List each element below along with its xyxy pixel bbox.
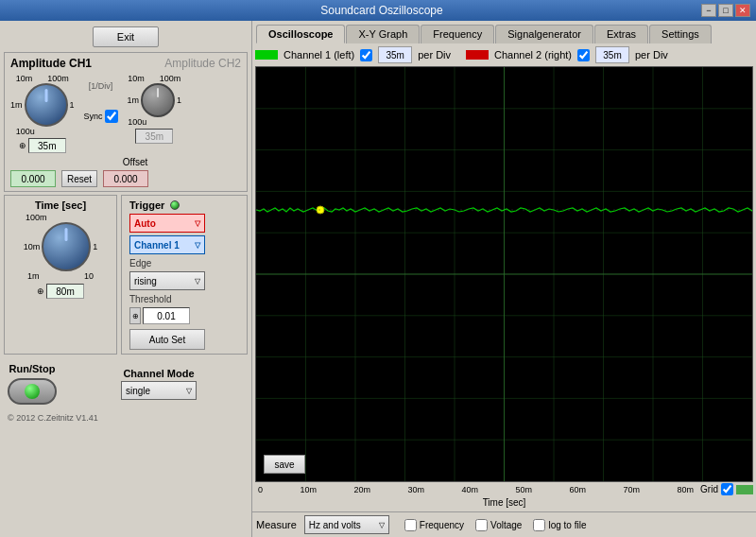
- amplitude-ch1-title: Amplitude CH1: [10, 57, 92, 70]
- main-container: Exit Amplitude CH1 Amplitude CH2 10m 100…: [0, 21, 756, 537]
- edge-row: Edge: [129, 257, 239, 268]
- ch2-per-div-input[interactable]: [595, 46, 629, 63]
- amplitude-ch1-knob-container: 10m 100m 1m 1 100u ⊕: [10, 74, 75, 153]
- frequency-checkbox[interactable]: [404, 519, 417, 531]
- time-top-left: 100m: [26, 213, 47, 222]
- tick-60m: 60m: [570, 485, 587, 494]
- edge-value-label: rising: [134, 276, 157, 286]
- ch1-checkbox[interactable]: [360, 49, 372, 61]
- offset-ch2-input[interactable]: [103, 170, 148, 187]
- voltage-checkbox[interactable]: [475, 519, 488, 531]
- amplitude-section: Amplitude CH1 Amplitude CH2 10m 100m 1m …: [4, 52, 248, 192]
- tick-10m: 10m: [301, 485, 318, 494]
- div-label: [1/Div]: [89, 81, 113, 91]
- time-bottom-right: 10: [84, 271, 94, 281]
- amplitude-header: Amplitude CH1 Amplitude CH2: [10, 57, 241, 70]
- offset-row: Reset: [10, 170, 241, 187]
- reset-button[interactable]: Reset: [61, 170, 97, 187]
- tab-bar: Oscilloscope X-Y Graph Frequency Signalg…: [252, 21, 756, 43]
- time-mid-right: 1: [93, 242, 97, 251]
- time-axis-label-row: Time [sec]: [255, 496, 753, 509]
- amplitude-ch2-title: Amplitude CH2: [164, 57, 241, 70]
- time-input[interactable]: [46, 284, 84, 299]
- ch2-label: Channel 2 (right): [494, 49, 572, 61]
- runstop-title: Run/Stop: [9, 363, 56, 374]
- title-bar: Soundcard Oszilloscope − □ ✕: [0, 0, 756, 21]
- ch1-per-div-input[interactable]: [378, 46, 412, 63]
- save-button[interactable]: save: [264, 455, 305, 474]
- time-knob[interactable]: [42, 222, 91, 271]
- tab-oscilloscope[interactable]: Oscilloscope: [256, 25, 345, 43]
- tab-settings[interactable]: Settings: [649, 25, 712, 43]
- trigger-channel-dropdown[interactable]: Channel 1 ▽: [129, 235, 205, 254]
- runstop-button[interactable]: [8, 378, 57, 405]
- sync-checkbox[interactable]: [105, 110, 118, 123]
- tick-80m: 80m: [678, 485, 695, 494]
- offset-ch1-input[interactable]: [10, 170, 56, 187]
- edge-arrow: ▽: [195, 277, 200, 286]
- frequency-label: Frequency: [420, 520, 464, 530]
- ch1-per-div-suffix: per Div: [418, 49, 451, 61]
- tab-extras[interactable]: Extras: [594, 25, 648, 43]
- tab-xy-graph[interactable]: X-Y Graph: [346, 25, 420, 43]
- frequency-group: Frequency: [404, 519, 464, 531]
- time-section: Time [sec] 100m 10m 1 1m 10 ⊕: [4, 195, 117, 355]
- time-axis-label: Time [sec]: [483, 497, 526, 508]
- ch2-knob-top-left: 10m: [128, 74, 145, 83]
- trigger-mode-label: Auto: [134, 218, 156, 229]
- amplitude-ch1-input[interactable]: [28, 138, 66, 153]
- minimize-button[interactable]: −: [701, 4, 716, 17]
- measure-label: Measure: [256, 519, 297, 530]
- threshold-spin-up[interactable]: ⊕: [129, 307, 141, 324]
- amplitude-knob-row: 10m 100m 1m 1 100u ⊕: [10, 74, 241, 153]
- amplitude-ch1-knob[interactable]: [25, 83, 68, 127]
- log-checkbox[interactable]: [533, 519, 545, 531]
- close-button[interactable]: ✕: [735, 4, 750, 17]
- trigger-channel-label: Channel 1: [134, 240, 180, 251]
- trigger-header: Trigger: [129, 199, 239, 211]
- maximize-button[interactable]: □: [718, 4, 733, 17]
- amplitude-ch2-knob[interactable]: [141, 83, 175, 117]
- tick-70m: 70m: [624, 485, 641, 494]
- ch1-color-indicator: [255, 50, 278, 60]
- measure-bar: Measure Hz and volts ▽ Frequency Voltage…: [252, 511, 756, 537]
- edge-dropdown[interactable]: rising ▽: [129, 271, 205, 290]
- grid-checkbox[interactable]: [721, 483, 733, 495]
- amplitude-ch2-knob-container: 10m 100m 1m 1 100u: [128, 74, 182, 144]
- ch1-knob-top-right: 100m: [47, 74, 69, 83]
- window-title: Soundcard Oszilloscope: [62, 4, 701, 17]
- measure-dropdown[interactable]: Hz and volts ▽: [304, 515, 389, 534]
- ch2-checkbox[interactable]: [577, 49, 590, 61]
- trigger-mode-dropdown[interactable]: Auto ▽: [129, 214, 205, 233]
- tab-signalgenerator[interactable]: Signalgenerator: [495, 25, 593, 43]
- ch1-label: Channel 1 (left): [284, 49, 354, 61]
- channel-controls: Channel 1 (left) per Div Channel 2 (righ…: [255, 46, 753, 63]
- sync-label: Sync: [84, 112, 103, 121]
- grid-color-indicator: [736, 485, 753, 494]
- tick-40m: 40m: [462, 485, 479, 494]
- threshold-label: Threshold: [129, 294, 171, 304]
- trigger-section: Trigger Auto ▽ Channel 1 ▽ Edge rising ▽: [121, 195, 248, 355]
- threshold-input[interactable]: [143, 307, 190, 324]
- ch2-knob-mid-left: 1m: [128, 95, 140, 105]
- trigger-mode-arrow: ▽: [195, 219, 200, 228]
- amplitude-ch2-input[interactable]: [135, 129, 173, 144]
- trigger-title: Trigger: [129, 199, 164, 211]
- tick-50m: 50m: [516, 485, 533, 494]
- channel-mode-dropdown[interactable]: single ▽: [121, 381, 197, 400]
- time-knob-top: 100m: [26, 213, 95, 222]
- time-title: Time [sec]: [35, 199, 86, 211]
- auto-set-button[interactable]: Auto Set: [129, 329, 205, 350]
- scope-display: save: [255, 66, 753, 482]
- time-axis-ticks: 0 10m 20m 30m 40m 50m 60m 70m 80m: [255, 485, 696, 494]
- edge-label: Edge: [129, 258, 151, 268]
- time-bottom-left: 1m: [27, 271, 40, 281]
- ch1-knob-mid-right: 1: [70, 100, 75, 110]
- ch1-knob-bottom-left: 100u: [16, 127, 35, 136]
- channel-mode-title: Channel Mode: [123, 368, 194, 379]
- ch1-knob-mid-left: 1m: [10, 100, 23, 110]
- tab-frequency[interactable]: Frequency: [421, 25, 494, 43]
- tick-30m: 30m: [408, 485, 425, 494]
- exit-button[interactable]: Exit: [93, 26, 159, 47]
- tick-0: 0: [258, 485, 263, 494]
